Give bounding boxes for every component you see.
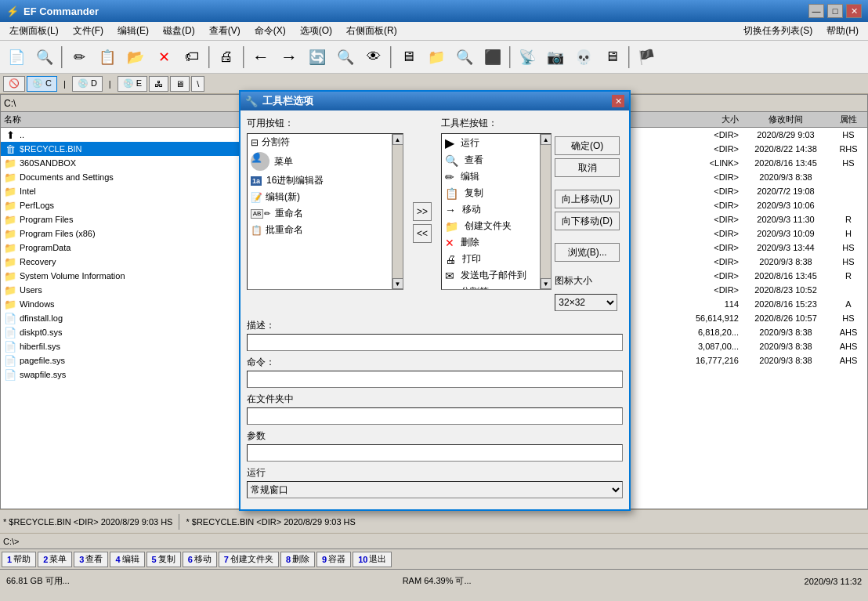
tb-list-move[interactable]: → 移动: [442, 201, 551, 218]
dialog-left-col: 可用按钮： ⊟ 分割符 👤 菜单 1a 16进制编辑器: [247, 117, 403, 314]
folder-label: 在文件夹中: [247, 393, 623, 406]
tb-scroll-up[interactable]: ▲: [541, 134, 552, 145]
dialog-close-button[interactable]: ✕: [612, 95, 624, 107]
cancel-button[interactable]: 取消: [555, 158, 620, 177]
sep-icon: ⊟: [445, 286, 454, 291]
copy-icon: 📋: [445, 187, 458, 200]
edit-icon: ✏: [445, 171, 454, 183]
desc-label: 描述：: [247, 319, 623, 332]
toolbar-options-dialog: 🔧 工具栏选项 ✕ 可用按钮： ⊟ 分割符: [239, 90, 631, 511]
scroll-track: [392, 145, 403, 278]
available-scrollbar[interactable]: ▲ ▼: [392, 134, 403, 289]
tb-list-mkdir[interactable]: 📁 创建文件夹: [442, 218, 551, 234]
btn-spacer: [555, 180, 620, 186]
tb-scroll-track: [541, 145, 551, 278]
tb-list-delete[interactable]: ✕ 删除: [442, 234, 551, 251]
delete-icon: ✕: [445, 237, 454, 249]
params-input[interactable]: [247, 444, 623, 462]
scroll-up-btn[interactable]: ▲: [392, 134, 403, 145]
move-up-button[interactable]: 向上移动(U): [555, 190, 620, 208]
hex-editor-icon: 1a: [251, 176, 262, 186]
move-icon: →: [445, 204, 456, 216]
dialog-form-left: 描述： 命令： 在文件夹中 参数: [247, 319, 623, 503]
ok-button[interactable]: 确定(O): [555, 136, 620, 155]
run-icon: ▶: [445, 136, 454, 150]
dialog-titlebar: 🔧 工具栏选项 ✕: [241, 92, 629, 110]
icon-size-select[interactable]: 32×32 16×16: [555, 294, 617, 311]
toolbar-label: 工具栏按钮：: [441, 117, 623, 130]
run-select[interactable]: 常规窗口: [247, 481, 623, 498]
desc-row: 描述：: [247, 319, 623, 351]
view-icon: 🔍: [445, 154, 458, 167]
edit-new-icon: 📝: [251, 192, 262, 203]
dialog-right-col: 工具栏按钮： ▶ 运行 🔍 查看: [441, 117, 623, 314]
tb-scroll-down[interactable]: ▼: [541, 278, 552, 289]
params-row: 参数: [247, 429, 623, 462]
dialog-form: 描述： 命令： 在文件夹中 参数: [247, 319, 623, 503]
run-row: 运行 常规窗口: [247, 466, 623, 498]
tb-list-email[interactable]: ✉ 发送电子邮件到: [442, 267, 551, 284]
dialog-title-icon: 🔧: [245, 96, 258, 107]
rename-icon: AB ✏: [251, 209, 270, 219]
available-item-separator[interactable]: ⊟ 分割符: [248, 134, 403, 150]
mkdir-icon: 📁: [445, 220, 458, 233]
toolbar-scrollbar[interactable]: ▲ ▼: [540, 134, 551, 289]
cmd-label: 命令：: [247, 356, 623, 369]
available-listbox[interactable]: ⊟ 分割符 👤 菜单 1a 16进制编辑器 📝: [247, 133, 403, 290]
print-icon: 🖨: [445, 253, 456, 266]
available-item-rename[interactable]: AB ✏ 重命名: [248, 205, 403, 222]
tb-list-print[interactable]: 🖨 打印: [442, 251, 551, 267]
tb-list-run[interactable]: ▶ 运行: [442, 134, 551, 152]
dialog-title-left: 🔧 工具栏选项: [245, 94, 313, 108]
add-to-toolbar-btn[interactable]: >>: [413, 202, 432, 221]
folder-input[interactable]: [247, 407, 623, 425]
tb-list-view[interactable]: 🔍 查看: [442, 152, 551, 168]
dialog-two-col: 可用按钮： ⊟ 分割符 👤 菜单 1a 16进制编辑器: [247, 117, 623, 314]
dialog-overlay: 🔧 工具栏选项 ✕ 可用按钮： ⊟ 分割符: [0, 0, 868, 601]
dialog-arrows: >> <<: [410, 131, 435, 314]
dialog-title-text: 工具栏选项: [262, 94, 313, 108]
icon-size-label: 图标大小: [555, 274, 620, 288]
move-down-button[interactable]: 向下移动(D): [555, 212, 620, 230]
browse-button[interactable]: 浏览(B)...: [555, 243, 620, 262]
folder-row: 在文件夹中: [247, 393, 623, 425]
separator-icon: ⊟: [251, 137, 259, 148]
email-icon: ✉: [445, 270, 454, 282]
tb-list-separator[interactable]: ⊟ 分割符: [442, 284, 551, 290]
dialog-body: 可用按钮： ⊟ 分割符 👤 菜单 1a 16进制编辑器: [241, 110, 629, 509]
batch-rename-icon: 📋: [251, 225, 262, 236]
menu-avatar-icon: 👤: [251, 152, 269, 171]
available-item-edit-new[interactable]: 📝 编辑(新): [248, 189, 403, 205]
available-item-hex[interactable]: 1a 16进制编辑器: [248, 172, 403, 189]
dialog-side-buttons: 确定(O) 取消 向上移动(U) 向下移动(D) 浏览(B)... 图标大小 3…: [552, 133, 623, 314]
scroll-down-btn[interactable]: ▼: [392, 278, 403, 289]
params-label: 参数: [247, 429, 623, 443]
tb-list-copy[interactable]: 📋 复制: [442, 185, 551, 201]
desc-input[interactable]: [247, 334, 623, 351]
cmd-input[interactable]: [247, 371, 623, 388]
available-label: 可用按钮：: [247, 117, 403, 130]
btn-spacer2: [555, 234, 620, 240]
available-item-batch-rename[interactable]: 📋 批重命名: [248, 222, 403, 238]
run-label: 运行: [247, 466, 623, 480]
cmd-row: 命令：: [247, 356, 623, 388]
remove-from-toolbar-btn[interactable]: <<: [413, 224, 432, 243]
available-item-menu[interactable]: 👤 菜单: [248, 150, 403, 172]
tb-list-edit[interactable]: ✏ 编辑: [442, 168, 551, 185]
btn-spacer3: [555, 265, 620, 271]
toolbar-listbox[interactable]: ▶ 运行 🔍 查看 ✏ 编辑: [441, 133, 552, 290]
toolbar-listbox-area: ▶ 运行 🔍 查看 ✏ 编辑: [441, 133, 623, 314]
